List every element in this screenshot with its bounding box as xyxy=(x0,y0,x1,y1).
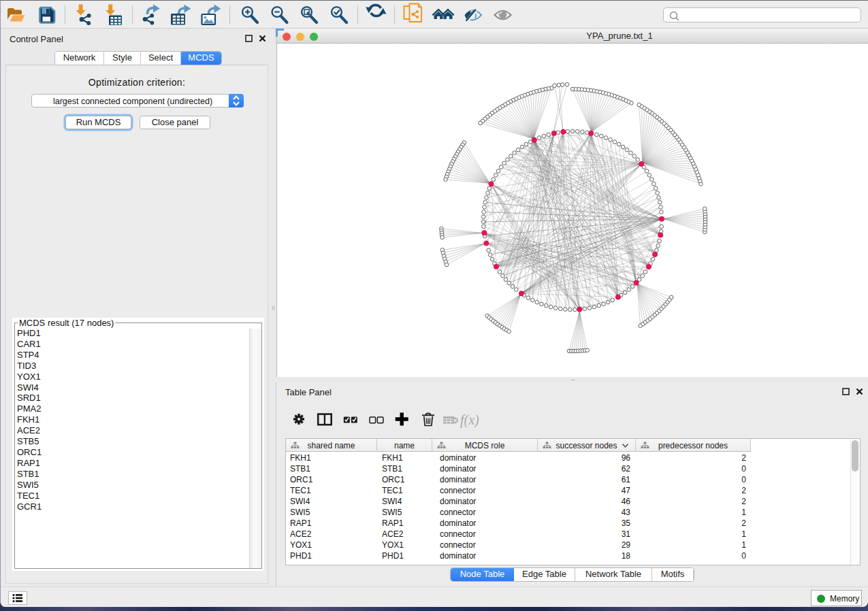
svg-text:f(x): f(x) xyxy=(460,412,479,428)
